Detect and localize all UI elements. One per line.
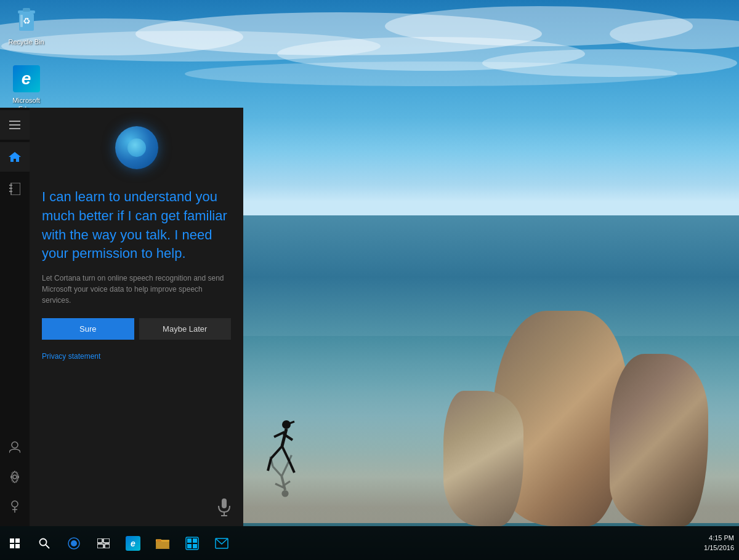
svg-rect-51 [193,538,197,543]
cortana-panel: I can learn to understand you much bette… [0,108,243,526]
taskbar: e [0,526,739,560]
edge-taskbar-button[interactable]: e [118,526,148,560]
svg-point-30 [12,442,18,448]
cortana-circle [115,126,158,169]
cortana-taskbar-button[interactable] [59,526,89,560]
svg-rect-29 [9,191,12,192]
start-button[interactable] [0,526,30,560]
search-button[interactable] [30,526,59,560]
recycle-bin-icon[interactable]: ♻ Recycle Bin [3,3,49,49]
desktop: ♻ Recycle Bin e Microsoft Edge [0,0,739,560]
svg-rect-35 [222,498,227,508]
taskbar-system-tray: 4:15 PM 1/15/2016 [704,534,739,553]
cortana-logo [30,108,243,182]
rock-formation-3 [443,391,523,526]
sidebar-user[interactable] [0,433,30,462]
sidebar-feedback[interactable] [0,492,30,521]
svg-text:♻: ♻ [22,16,30,26]
svg-rect-43 [103,538,110,543]
svg-line-15 [270,457,273,466]
svg-rect-48 [156,540,161,542]
svg-rect-53 [193,544,197,548]
sure-button[interactable]: Sure [42,318,134,340]
svg-line-13 [273,466,281,476]
cortana-main-content: I can learn to understand you much bette… [30,108,243,526]
task-view-button[interactable] [89,526,118,560]
cortana-action-buttons: Sure Maybe Later [30,315,243,349]
svg-rect-26 [11,183,20,195]
sidebar-home[interactable] [0,142,30,172]
cortana-inner-circle [127,138,146,157]
svg-rect-42 [97,538,102,543]
mail-taskbar-button[interactable] [207,526,236,560]
svg-point-32 [12,501,18,507]
maybe-later-button[interactable]: Maybe Later [139,318,232,340]
svg-rect-22 [9,121,20,122]
svg-rect-50 [187,538,192,543]
svg-rect-52 [187,544,192,548]
svg-point-41 [71,540,77,546]
svg-rect-44 [97,544,103,548]
svg-line-39 [46,545,49,548]
cortana-sidebar [0,108,30,526]
cortana-sub-text: Let Cortana turn on online speech recogn… [30,273,243,315]
cortana-mic-icon[interactable] [30,489,243,526]
sidebar-notebook[interactable] [0,174,30,204]
svg-rect-27 [9,185,12,186]
svg-marker-25 [9,152,21,162]
svg-rect-21 [20,15,23,27]
privacy-statement-link[interactable]: Privacy statement [30,349,243,364]
store-taskbar-button[interactable] [177,526,207,560]
sidebar-settings[interactable] [0,462,30,492]
svg-rect-24 [9,128,20,129]
svg-point-9 [281,490,288,497]
svg-line-14 [281,464,288,476]
svg-rect-18 [23,8,30,12]
cortana-main-text: I can learn to understand you much bette… [30,182,243,273]
svg-line-16 [288,455,291,464]
system-time: 4:15 PM 1/15/2016 [704,534,734,553]
svg-rect-28 [9,188,12,189]
svg-rect-47 [156,541,169,548]
svg-point-38 [40,538,47,545]
svg-point-31 [13,475,17,479]
file-explorer-taskbar-button[interactable] [148,526,177,560]
svg-rect-23 [9,124,20,126]
svg-rect-45 [105,544,110,548]
rock-formation-2 [610,354,708,526]
sidebar-hamburger[interactable] [0,110,30,140]
